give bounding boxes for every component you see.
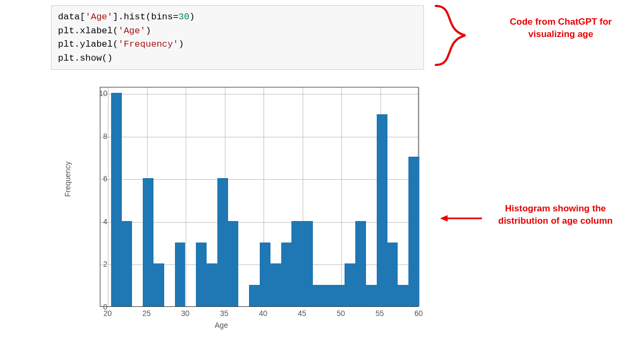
x-tick-label: 20 <box>104 309 112 318</box>
histogram-bar <box>408 157 419 306</box>
histogram-bar <box>387 243 398 306</box>
histogram-bar <box>345 263 355 306</box>
histogram-chart: Frequency Age 0246810202530354045505560 <box>64 80 429 333</box>
histogram-bar <box>377 114 387 306</box>
x-axis-label: Age <box>215 321 228 329</box>
gridline-v <box>419 87 420 306</box>
y-tick-label: 2 <box>92 260 107 268</box>
histogram-bar <box>324 285 334 306</box>
histogram-bar <box>334 285 345 306</box>
curly-brace-icon <box>425 3 489 68</box>
histogram-bar <box>249 285 260 306</box>
annotation-code-label: Code from ChatGPT for visualizing age <box>494 16 628 41</box>
histogram-bar <box>111 93 122 306</box>
annotation-chart-label: Histogram showing the distribution of ag… <box>486 203 625 227</box>
x-tick-label: 25 <box>142 309 151 318</box>
histogram-bar <box>217 178 228 306</box>
x-tick-label: 35 <box>220 309 229 318</box>
svg-marker-1 <box>440 215 448 222</box>
gridline-h <box>100 137 418 137</box>
histogram-bar <box>260 243 270 306</box>
x-tick-label: 40 <box>259 309 267 318</box>
histogram-bar <box>366 285 377 306</box>
gridline-v <box>108 87 108 306</box>
x-tick-label: 45 <box>298 309 306 318</box>
y-tick-label: 6 <box>92 174 107 183</box>
plot-area <box>100 87 419 307</box>
histogram-bar <box>122 221 133 306</box>
histogram-bar <box>281 243 292 306</box>
histogram-bar <box>143 178 153 306</box>
histogram-bar <box>355 221 366 306</box>
x-tick-label: 50 <box>336 309 345 318</box>
gridline-h <box>100 94 418 94</box>
y-tick-label: 10 <box>92 89 107 98</box>
code-line-4: plt.show() <box>58 52 417 65</box>
code-line-1: data['Age'].hist(bins=30) <box>58 10 417 24</box>
histogram-bar <box>175 243 186 306</box>
histogram-bar <box>207 263 217 306</box>
y-tick-label: 4 <box>92 217 107 226</box>
histogram-bar <box>313 285 324 306</box>
histogram-bar <box>291 221 302 306</box>
histogram-bar <box>398 285 408 306</box>
y-axis-label: Frequency <box>63 161 72 197</box>
code-line-3: plt.ylabel('Frequency') <box>58 38 417 52</box>
x-tick-label: 30 <box>181 309 190 318</box>
arrow-left-icon <box>440 214 483 223</box>
gridline-v <box>186 87 186 306</box>
code-line-2: plt.xlabel('Age') <box>58 24 417 38</box>
x-tick-label: 60 <box>414 309 423 318</box>
gridline-v <box>341 87 342 306</box>
histogram-bar <box>228 221 239 306</box>
histogram-bar <box>270 263 281 306</box>
histogram-bar <box>153 263 164 306</box>
histogram-bar <box>302 221 313 306</box>
code-block: data['Age'].hist(bins=30) plt.xlabel('Ag… <box>51 5 424 70</box>
y-tick-label: 8 <box>92 132 107 141</box>
x-tick-label: 55 <box>376 309 384 318</box>
histogram-bar <box>196 243 207 306</box>
